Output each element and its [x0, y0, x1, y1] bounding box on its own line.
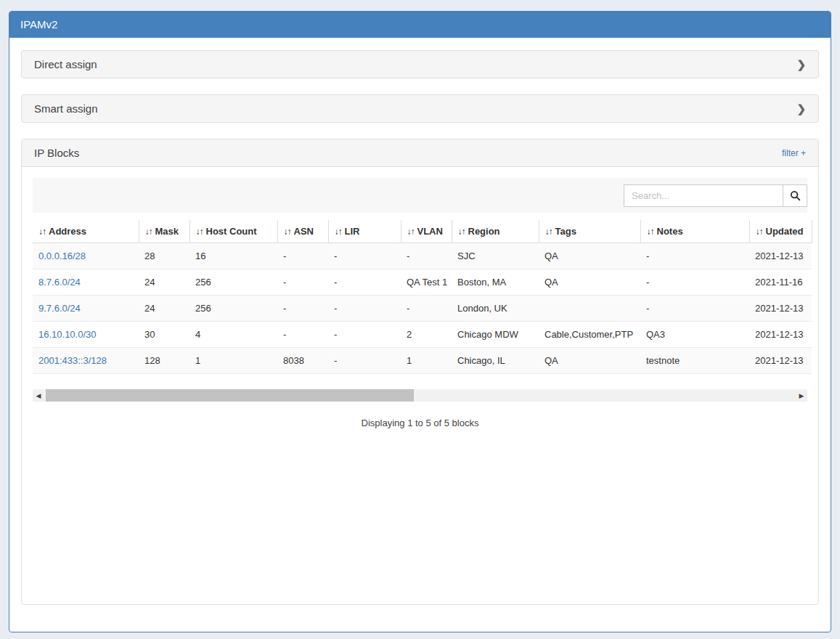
ip-blocks-heading: IP Blocks filter +	[22, 139, 818, 167]
app-header: IPAMv2	[9, 12, 831, 38]
column-label: Mask	[155, 226, 179, 237]
cell-address: 2001:433::3/128	[33, 348, 139, 374]
cell-mask: 28	[139, 243, 189, 269]
ip-block-link[interactable]: 0.0.0.16/28	[38, 251, 86, 261]
cell-tags	[539, 296, 640, 322]
cell-asn: -	[277, 322, 328, 348]
ip-block-link[interactable]: 2001:433::3/128	[38, 355, 107, 366]
table-row: 9.7.6.0/2424256---London, UK-2021-12-13	[33, 296, 812, 322]
ip-blocks-body: ↓↑Address↓↑Mask↓↑Host Count↓↑ASN↓↑LIR↓↑V…	[22, 167, 818, 604]
sort-icon: ↓↑	[38, 227, 46, 237]
cell-region: SJC	[452, 243, 539, 269]
cell-vlan: -	[401, 243, 452, 269]
cell-vlan: 1	[401, 348, 452, 374]
cell-vlan: QA Test 1	[401, 269, 452, 296]
column-header-address[interactable]: ↓↑Address	[33, 220, 139, 243]
sort-icon: ↓↑	[335, 227, 342, 237]
cell-tags: Cable,Customer,PTP	[539, 322, 640, 348]
cell-host-count: 256	[189, 296, 277, 322]
search-input[interactable]	[624, 184, 783, 207]
filter-link[interactable]: filter +	[782, 148, 806, 158]
cell-tags: QA	[539, 243, 640, 269]
sort-icon: ↓↑	[196, 227, 203, 237]
ip-block-link[interactable]: 16.10.10.0/30	[38, 329, 97, 340]
table-header-row: ↓↑Address↓↑Mask↓↑Host Count↓↑ASN↓↑LIR↓↑V…	[33, 220, 812, 243]
cell-notes: -	[640, 243, 749, 269]
sort-icon: ↓↑	[458, 227, 465, 237]
column-header-mask[interactable]: ↓↑Mask	[139, 220, 189, 243]
column-label: Region	[468, 226, 500, 237]
cell-host-count: 16	[189, 243, 277, 269]
table-summary: Displaying 1 to 5 of 5 blocks	[33, 418, 807, 428]
table-row: 0.0.0.16/282816---SJCQA-2021-12-13	[33, 243, 812, 269]
column-header-tags[interactable]: ↓↑Tags	[539, 220, 640, 243]
column-header-notes[interactable]: ↓↑Notes	[640, 220, 749, 243]
column-header-updated[interactable]: ↓↑Updated	[749, 220, 812, 243]
cell-address: 0.0.0.16/28	[33, 243, 139, 269]
scrollbar-thumb[interactable]	[46, 389, 414, 402]
cell-host-count: 1	[189, 348, 277, 374]
sort-icon: ↓↑	[545, 227, 552, 237]
table-row: 8.7.6.0/2424256--QA Test 1Boston, MAQA-2…	[33, 269, 812, 296]
cell-mask: 24	[139, 296, 189, 322]
cell-region: London, UK	[452, 296, 539, 322]
sort-icon: ↓↑	[407, 227, 415, 237]
cell-asn: -	[277, 269, 328, 296]
column-label: Notes	[657, 226, 683, 237]
app-container: IPAMv2 Direct assign ❯ Smart assign ❯ IP…	[9, 11, 831, 632]
cell-host-count: 4	[189, 322, 277, 348]
column-label: ASN	[294, 226, 314, 237]
cell-notes: QA3	[640, 322, 749, 348]
column-header-vlan[interactable]: ↓↑VLAN	[401, 220, 452, 243]
cell-region: Boston, MA	[452, 269, 539, 296]
cell-tags: QA	[539, 269, 640, 296]
search-icon	[790, 190, 801, 201]
cell-asn: -	[277, 296, 328, 322]
panel-smart-assign[interactable]: Smart assign ❯	[21, 94, 819, 123]
table-row: 2001:433::3/12812818038-1Chicago, ILQAte…	[33, 348, 812, 374]
scroll-right-button[interactable]: ▶	[796, 389, 807, 402]
column-label: VLAN	[417, 226, 443, 237]
search-button[interactable]	[783, 184, 807, 207]
direct-assign-label: Direct assign	[34, 58, 97, 70]
sort-icon: ↓↑	[647, 227, 654, 237]
column-label: Updated	[766, 226, 804, 237]
cell-updated: 2021-12-13	[749, 296, 812, 322]
column-header-host-count[interactable]: ↓↑Host Count	[189, 220, 277, 243]
app-title: IPAMv2	[20, 18, 57, 30]
cell-address: 16.10.10.0/30	[33, 322, 139, 348]
cell-tags: QA	[539, 348, 640, 374]
cell-address: 9.7.6.0/24	[33, 296, 139, 322]
table-toolbar	[33, 178, 807, 213]
cell-lir: -	[328, 296, 401, 322]
ip-block-link[interactable]: 9.7.6.0/24	[38, 303, 81, 314]
cell-asn: 8038	[277, 348, 328, 374]
column-header-lir[interactable]: ↓↑LIR	[328, 220, 401, 243]
cell-updated: 2021-11-16	[749, 269, 812, 296]
cell-region: Chicago MDW	[452, 322, 539, 348]
cell-notes: -	[640, 296, 749, 322]
ip-block-link[interactable]: 8.7.6.0/24	[38, 277, 81, 288]
cell-mask: 30	[139, 322, 189, 348]
cell-notes: testnote	[640, 348, 749, 374]
cell-region: Chicago, IL	[452, 348, 539, 374]
scrollbar-track[interactable]	[44, 389, 796, 402]
column-label: Tags	[555, 226, 576, 237]
cell-vlan: -	[401, 296, 452, 322]
column-header-region[interactable]: ↓↑Region	[452, 220, 539, 243]
cell-mask: 24	[139, 269, 189, 296]
column-label: Address	[49, 226, 86, 237]
horizontal-scrollbar[interactable]: ◀ ▶	[33, 389, 807, 402]
column-label: LIR	[345, 226, 360, 237]
cell-host-count: 256	[189, 269, 277, 296]
cell-vlan: 2	[401, 322, 452, 348]
cell-updated: 2021-12-13	[749, 243, 812, 269]
panel-direct-assign[interactable]: Direct assign ❯	[21, 50, 819, 78]
cell-notes: -	[640, 269, 749, 296]
panel-ip-blocks: IP Blocks filter +	[21, 139, 819, 605]
cell-lir: -	[328, 322, 401, 348]
column-header-asn[interactable]: ↓↑ASN	[277, 220, 328, 243]
scroll-left-button[interactable]: ◀	[33, 389, 44, 402]
cell-updated: 2021-12-13	[749, 322, 812, 348]
table-body: 0.0.0.16/282816---SJCQA-2021-12-138.7.6.…	[33, 243, 812, 374]
